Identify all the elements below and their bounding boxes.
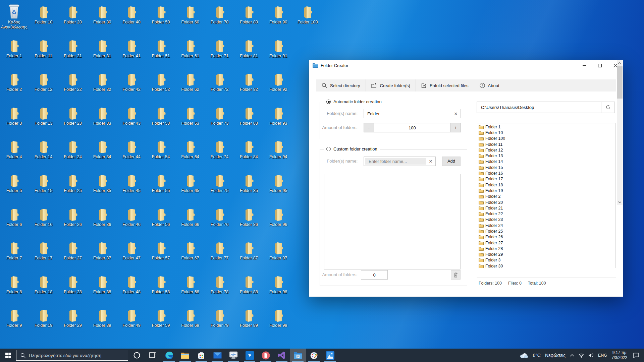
folder-list-item[interactable]: Folder 100: [479, 136, 615, 141]
desktop-folder-icon[interactable]: Folder 27: [58, 239, 88, 272]
desktop-folder-icon[interactable]: Folder 17: [29, 239, 58, 272]
recycle-bin-desktop-icon[interactable]: ♻ Κάδος Ανακύκλωσης: [0, 3, 29, 36]
cortana-button[interactable]: [129, 349, 145, 362]
desktop-folder-icon[interactable]: Folder 25: [58, 171, 88, 204]
desktop-folder-icon[interactable]: Folder 13: [29, 104, 58, 137]
desktop-folder-icon[interactable]: Folder 99: [264, 306, 293, 339]
auto-name-input[interactable]: [364, 111, 451, 116]
clear-custom-name-icon[interactable]: ✕: [426, 159, 435, 164]
desktop-folder-icon[interactable]: Folder 5: [0, 171, 29, 204]
auto-amount-input[interactable]: [374, 123, 450, 132]
desktop-folder-icon[interactable]: Folder 83: [234, 104, 264, 137]
desktop-folder-icon[interactable]: Folder 98: [264, 273, 293, 305]
refresh-button[interactable]: [601, 102, 614, 113]
scroll-up-icon[interactable]: [617, 60, 623, 66]
folder-list-item[interactable]: Folder 3: [479, 257, 615, 263]
desktop-folder-icon[interactable]: Folder 97: [264, 239, 293, 272]
list-scrollbar[interactable]: [617, 60, 623, 205]
desktop-folder-icon[interactable]: Folder 37: [88, 239, 117, 272]
folder-list-item[interactable]: Folder 27: [479, 240, 615, 246]
automatic-folder-creation-radio[interactable]: Automatic folder creation: [324, 99, 384, 104]
desktop-folder-icon[interactable]: Folder 70: [205, 3, 234, 36]
desktop-folder-icon[interactable]: Folder 43: [117, 104, 146, 137]
desktop-folder-icon[interactable]: Folder 92: [264, 70, 293, 103]
tray-language[interactable]: ENG: [598, 353, 607, 358]
folder-list-item[interactable]: Folder 28: [479, 246, 615, 251]
desktop-folder-icon[interactable]: Folder 96: [264, 205, 293, 238]
desktop-folder-icon[interactable]: Folder 85: [234, 171, 264, 204]
radio-unselected-icon[interactable]: [326, 147, 331, 151]
volume-icon[interactable]: [588, 353, 594, 358]
desktop-folder-icon[interactable]: Folder 39: [88, 306, 117, 339]
desktop-folder-icon[interactable]: Folder 41: [117, 37, 146, 69]
desktop-folder-icon[interactable]: Folder 46: [117, 205, 146, 238]
desktop-folder-icon[interactable]: Folder 16: [29, 205, 58, 238]
desktop-folder-icon[interactable]: Folder 20: [58, 3, 88, 36]
desktop-folder-icon[interactable]: Folder 45: [117, 171, 146, 204]
desktop-folder-icon[interactable]: Folder 86: [234, 205, 264, 238]
tray-weather-condition[interactable]: Νεφώσεις: [545, 353, 566, 358]
scroll-down-icon[interactable]: [617, 199, 623, 205]
desktop-folder-icon[interactable]: Folder 69: [175, 306, 205, 339]
tray-expand-chevron-icon[interactable]: [570, 354, 574, 357]
about-button[interactable]: ? About: [474, 79, 505, 92]
desktop-folder-icon[interactable]: Folder 84: [234, 137, 264, 170]
folder-list-item[interactable]: Folder 2: [479, 194, 615, 199]
add-button[interactable]: Add: [442, 157, 461, 166]
desktop-folder-icon[interactable]: Folder 73: [205, 104, 234, 137]
desktop-folder-icon[interactable]: Folder 79: [205, 306, 234, 339]
desktop-folder-icon[interactable]: Folder 100: [293, 3, 322, 36]
desktop-folder-icon[interactable]: Folder 36: [88, 205, 117, 238]
folder-list-item[interactable]: Folder 17: [479, 176, 615, 182]
folder-list-item[interactable]: Folder 19: [479, 188, 615, 193]
desktop-folder-icon[interactable]: Folder 22: [58, 70, 88, 103]
taskbar-blue-tile-app-button[interactable]: [241, 349, 258, 362]
folder-list-item[interactable]: Folder 23: [479, 217, 615, 223]
desktop-folder-icon[interactable]: Folder 77: [205, 239, 234, 272]
taskbar-photos-button[interactable]: [322, 349, 338, 362]
desktop-folder-icon[interactable]: Folder 80: [234, 3, 264, 36]
desktop-folder-icon[interactable]: Folder 53: [146, 104, 176, 137]
desktop-folder-icon[interactable]: Folder 56: [146, 205, 176, 238]
desktop-folder-icon[interactable]: Folder 76: [205, 205, 234, 238]
desktop-folder-icon[interactable]: Folder 35: [88, 171, 117, 204]
desktop-folder-icon[interactable]: Folder 32: [88, 70, 117, 103]
folder-list-item[interactable]: Folder 14: [479, 159, 615, 165]
task-view-button[interactable]: [145, 349, 161, 362]
custom-folder-listbox[interactable]: [324, 174, 461, 269]
folder-list-item[interactable]: Folder 18: [479, 182, 615, 188]
folder-list-item[interactable]: Folder 1: [479, 124, 615, 130]
start-button[interactable]: [0, 349, 16, 362]
folder-list-item[interactable]: Folder 20: [479, 199, 615, 205]
desktop-folder-icon[interactable]: Folder 61: [175, 37, 205, 69]
desktop-folder-icon[interactable]: Folder 95: [264, 171, 293, 204]
folder-list-item[interactable]: Folder 21: [479, 205, 615, 211]
taskbar-search-input[interactable]: Πληκτρολογήστε εδώ για αναζήτηση: [16, 350, 128, 361]
clear-name-icon[interactable]: ✕: [451, 111, 461, 116]
desktop-folder-icon[interactable]: Folder 88: [234, 273, 264, 305]
desktop-folder-icon[interactable]: Folder 30: [88, 3, 117, 36]
desktop-folder-icon[interactable]: Folder 23: [58, 104, 88, 137]
desktop-folder-icon[interactable]: Folder 31: [88, 37, 117, 69]
desktop-folder-icon[interactable]: Folder 90: [264, 3, 293, 36]
taskbar-mail-button[interactable]: [209, 349, 225, 362]
directory-path-input[interactable]: [477, 105, 601, 110]
desktop-folder-icon[interactable]: Folder 75: [205, 171, 234, 204]
radio-selected-icon[interactable]: [326, 100, 331, 104]
desktop-folder-icon[interactable]: Folder 2: [0, 70, 29, 103]
desktop-folder-icon[interactable]: Folder 44: [117, 137, 146, 170]
enfold-selected-files-button[interactable]: Enfold selected files: [416, 79, 474, 92]
desktop-folder-icon[interactable]: Folder 42: [117, 70, 146, 103]
action-center-icon[interactable]: [633, 353, 639, 358]
delete-list-button[interactable]: [451, 270, 461, 280]
desktop-folder-icon[interactable]: Folder 21: [58, 37, 88, 69]
custom-amount-input[interactable]: [361, 273, 387, 278]
maximize-button[interactable]: [592, 60, 607, 71]
wifi-icon[interactable]: [579, 353, 584, 358]
folder-list-item[interactable]: Folder 15: [479, 165, 615, 170]
desktop-folder-icon[interactable]: Folder 93: [264, 104, 293, 137]
taskbar-store-button[interactable]: [193, 349, 209, 362]
custom-name-input[interactable]: [365, 158, 426, 165]
desktop-folder-icon[interactable]: Folder 33: [88, 104, 117, 137]
taskbar-file-explorer-button[interactable]: [177, 349, 193, 362]
